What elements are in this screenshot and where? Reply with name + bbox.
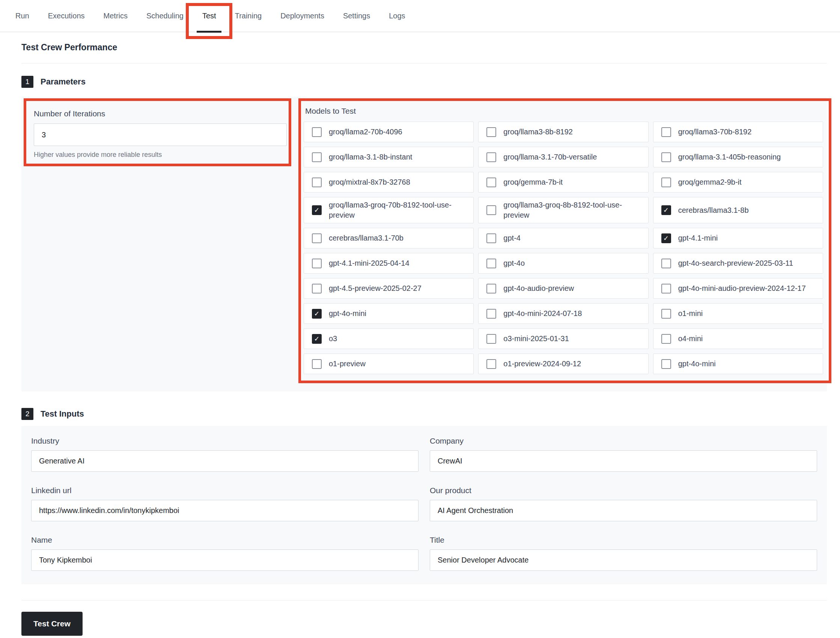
field-label-company: Company: [430, 436, 817, 445]
title-divider: [21, 63, 827, 63]
checkbox-checked-icon[interactable]: ✓: [312, 205, 322, 215]
tab-label: Logs: [389, 12, 405, 20]
tab-test[interactable]: Test: [193, 0, 226, 32]
checkbox-unchecked-icon[interactable]: [312, 177, 322, 187]
model-option-gpt-4-5-preview-2025-02-27-18[interactable]: gpt-4.5-preview-2025-02-27: [304, 278, 474, 299]
tab-logs[interactable]: Logs: [379, 0, 414, 32]
checkbox-unchecked-icon[interactable]: [312, 234, 322, 243]
checkbox-unchecked-icon[interactable]: [312, 359, 322, 369]
model-option-gpt-4-1-mini-14[interactable]: ✓gpt-4.1-mini: [653, 228, 823, 248]
checkbox-unchecked-icon[interactable]: [662, 152, 671, 162]
model-option-groq-llama2-70b-4096-0[interactable]: groq/llama2-70b-4096: [304, 122, 474, 142]
checkbox-unchecked-icon[interactable]: [486, 234, 496, 243]
checkbox-unchecked-icon[interactable]: [486, 127, 496, 137]
tab-scheduling[interactable]: Scheduling: [137, 0, 193, 32]
checkbox-unchecked-icon[interactable]: [486, 359, 496, 369]
model-option-o1-preview-2024-09-12-28[interactable]: o1-preview-2024-09-12: [478, 354, 648, 374]
model-option-gpt-4o-search-preview-2025-03-11-17[interactable]: gpt-4o-search-preview-2025-03-11: [653, 253, 823, 273]
main-content: Test Crew Performance 1 Parameters Numbe…: [0, 43, 840, 636]
model-option-groq-mixtral-8x7b-32768-6[interactable]: groq/mixtral-8x7b-32768: [304, 172, 474, 193]
field-input-name[interactable]: [31, 550, 418, 571]
model-option-gpt-4o-audio-preview-19[interactable]: gpt-4o-audio-preview: [478, 278, 648, 299]
model-option-gpt-4o-16[interactable]: gpt-4o: [478, 253, 648, 273]
field-title: Title: [430, 535, 817, 571]
model-option-groq-llama-3-1-70b-versatile-4[interactable]: groq/llama-3.1-70b-versatile: [478, 147, 648, 167]
model-option-groq-gemma2-9b-it-8[interactable]: groq/gemma2-9b-it: [653, 172, 823, 193]
models-grid: groq/llama2-70b-4096groq/llama3-8b-8192g…: [304, 122, 823, 374]
checkbox-unchecked-icon[interactable]: [662, 284, 671, 294]
tab-deployments[interactable]: Deployments: [271, 0, 334, 32]
tab-label: Test: [202, 12, 216, 20]
model-option-groq-llama-3-1-405b-reasoning-5[interactable]: groq/llama-3.1-405b-reasoning: [653, 147, 823, 167]
model-option-groq-llama3-8b-8192-1[interactable]: groq/llama3-8b-8192: [478, 122, 648, 142]
model-name-label: gpt-4o-mini: [329, 308, 366, 319]
checkbox-checked-icon[interactable]: ✓: [662, 234, 671, 243]
model-option-gpt-4o-mini-2024-07-18-22[interactable]: gpt-4o-mini-2024-07-18: [478, 303, 648, 324]
checkbox-unchecked-icon[interactable]: [662, 359, 671, 369]
checkbox-checked-icon[interactable]: ✓: [662, 205, 671, 215]
model-option-groq-llama3-groq-8b-8192-tool-use-preview-10[interactable]: groq/llama3-groq-8b-8192-tool-use-previe…: [478, 197, 648, 223]
models-group: Models to Test groq/llama2-70b-4096groq/…: [298, 98, 827, 383]
model-option-o1-mini-23[interactable]: o1-mini: [653, 303, 823, 324]
model-name-label: gpt-4o-mini: [678, 359, 716, 369]
checkmark-icon: ✓: [314, 335, 319, 342]
model-option-groq-llama3-groq-70b-8192-tool-use-preview-9[interactable]: ✓groq/llama3-groq-70b-8192-tool-use-prev…: [304, 197, 474, 223]
model-option-cerebras-llama3-1-70b-12[interactable]: cerebras/llama3.1-70b: [304, 228, 474, 248]
field-input-our-product[interactable]: [430, 500, 817, 521]
checkmark-icon: ✓: [663, 235, 669, 242]
model-option-o3-mini-2025-01-31-25[interactable]: o3-mini-2025-01-31: [478, 328, 648, 349]
tab-label: Scheduling: [146, 12, 183, 20]
checkbox-unchecked-icon[interactable]: [662, 334, 671, 344]
tab-training[interactable]: Training: [226, 0, 272, 32]
model-option-o1-preview-27[interactable]: o1-preview: [304, 354, 474, 374]
checkbox-unchecked-icon[interactable]: [312, 152, 322, 162]
test-crew-button[interactable]: Test Crew: [21, 612, 82, 636]
field-input-title[interactable]: [430, 550, 817, 571]
model-option-gpt-4-1-mini-2025-04-14-15[interactable]: gpt-4.1-mini-2025-04-14: [304, 253, 474, 273]
model-option-gpt-4o-mini-29[interactable]: gpt-4o-mini: [653, 354, 823, 374]
iterations-input[interactable]: [34, 123, 287, 146]
checkbox-unchecked-icon[interactable]: [486, 284, 496, 294]
field-input-industry[interactable]: [31, 450, 418, 472]
checkbox-unchecked-icon[interactable]: [662, 309, 671, 319]
model-option-o4-mini-26[interactable]: o4-mini: [653, 328, 823, 349]
model-option-groq-llama3-70b-8192-2[interactable]: groq/llama3-70b-8192: [653, 122, 823, 142]
checkbox-unchecked-icon[interactable]: [486, 205, 496, 215]
test-inputs-grid: IndustryCompanyLinkedin urlOur productNa…: [31, 436, 817, 571]
checkbox-checked-icon[interactable]: ✓: [312, 309, 322, 319]
field-name: Name: [31, 535, 418, 571]
active-tab-underline: [197, 31, 221, 33]
page-title: Test Crew Performance: [21, 43, 827, 52]
model-option-gpt-4o-mini-audio-preview-2024-12-17-20[interactable]: gpt-4o-mini-audio-preview-2024-12-17: [653, 278, 823, 299]
test-crew-page: RunExecutionsMetricsSchedulingTestTraini…: [0, 0, 840, 638]
checkbox-unchecked-icon[interactable]: [486, 309, 496, 319]
checkbox-unchecked-icon[interactable]: [312, 127, 322, 137]
checkbox-unchecked-icon[interactable]: [486, 334, 496, 344]
field-input-company[interactable]: [430, 450, 817, 472]
model-name-label: gpt-4: [503, 233, 521, 243]
model-name-label: cerebras/llama3.1-8b: [678, 205, 749, 215]
model-option-groq-llama-3-1-8b-instant-3[interactable]: groq/llama-3.1-8b-instant: [304, 147, 474, 167]
checkbox-unchecked-icon[interactable]: [486, 152, 496, 162]
model-option-gpt-4-13[interactable]: gpt-4: [478, 228, 648, 248]
checkbox-unchecked-icon[interactable]: [312, 259, 322, 268]
tab-executions[interactable]: Executions: [39, 0, 94, 32]
checkbox-unchecked-icon[interactable]: [312, 284, 322, 294]
model-option-o3-24[interactable]: ✓o3: [304, 328, 474, 349]
model-name-label: groq/llama3-8b-8192: [503, 127, 573, 137]
checkmark-icon: ✓: [314, 310, 319, 317]
checkbox-unchecked-icon[interactable]: [486, 259, 496, 268]
field-company: Company: [430, 436, 817, 472]
checkbox-checked-icon[interactable]: ✓: [312, 334, 322, 344]
tab-settings[interactable]: Settings: [334, 0, 379, 32]
checkbox-unchecked-icon[interactable]: [662, 259, 671, 268]
checkbox-unchecked-icon[interactable]: [662, 177, 671, 187]
tab-run[interactable]: Run: [6, 0, 39, 32]
model-option-gpt-4o-mini-21[interactable]: ✓gpt-4o-mini: [304, 303, 474, 324]
field-input-linkedin-url[interactable]: [31, 500, 418, 521]
checkbox-unchecked-icon[interactable]: [662, 127, 671, 137]
checkbox-unchecked-icon[interactable]: [486, 177, 496, 187]
model-option-groq-gemma-7b-it-7[interactable]: groq/gemma-7b-it: [478, 172, 648, 193]
tab-metrics[interactable]: Metrics: [94, 0, 137, 32]
model-option-cerebras-llama3-1-8b-11[interactable]: ✓cerebras/llama3.1-8b: [653, 197, 823, 223]
